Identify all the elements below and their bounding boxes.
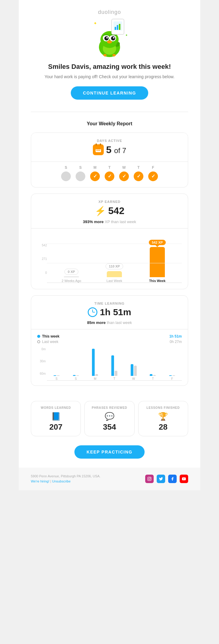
time-learning-card: TIME LEARNING 1h 51m 85m more than last …: [31, 295, 188, 386]
this-week-time: 1h 51m: [169, 334, 182, 338]
bar: [64, 277, 79, 277]
report-title: Your Weekly Report: [31, 121, 188, 127]
email-container: duolingo: [19, 0, 200, 490]
xp-more-suffix: XP than last week: [104, 219, 136, 224]
days-of-text: of 7: [114, 146, 126, 155]
day-label: M: [93, 165, 96, 170]
footer: 5900 Penn Avenue, Pittsburgh PA 15206, U…: [19, 468, 200, 490]
xp-header: XP EARNED ⚡ 542 393% more XP than last w…: [31, 194, 188, 228]
svg-point-14: [107, 40, 112, 43]
xp-chart-area: 542 271 0 0 XP2 Weeks Ago110 XPLast Week…: [31, 228, 188, 289]
twitter-icon[interactable]: [157, 475, 165, 483]
stat-label: LESSONS FINISHED: [142, 406, 184, 409]
time-bar-this: [150, 374, 152, 376]
legend-last-week: Last week: [37, 340, 59, 344]
bolt-icon: ⚡: [95, 206, 106, 216]
xp-value: 542: [108, 205, 124, 216]
svg-rect-16: [96, 148, 101, 149]
time-x-label: F: [171, 377, 173, 380]
xp-more-strong: 393% more: [83, 219, 104, 224]
time-more-text: 85m more than last week: [37, 320, 182, 325]
day-circle: [76, 171, 85, 181]
time-bar-pair: [150, 374, 156, 376]
y-label-542: 542: [37, 244, 47, 247]
y-label-0: 0: [37, 271, 47, 274]
bar: [150, 247, 165, 277]
time-x-label: M: [94, 377, 96, 380]
stat-label: WORDS LEARNED: [35, 406, 77, 409]
grid-mid: [47, 263, 182, 263]
hero-subtitle: Your hard work is paying off! Check out …: [31, 74, 188, 79]
time-bar-group: S: [47, 348, 66, 380]
svg-rect-19: [99, 150, 100, 151]
stat-label: PHRASES REVIEWED: [88, 406, 130, 409]
unsubscribe-link[interactable]: Unsubscribe: [52, 479, 70, 483]
stat-card: PHRASES REVIEWED💬354: [84, 401, 134, 436]
time-bar-this: [111, 355, 114, 376]
days-active-label: DAYS ACTIVE: [37, 139, 182, 143]
bar-x-label: This Week: [149, 279, 165, 283]
facebook-icon[interactable]: [168, 475, 177, 483]
time-x-label: T: [113, 377, 115, 380]
hero-illustration: ✦ ✦: [90, 18, 129, 58]
youtube-icon[interactable]: [180, 475, 188, 483]
report-section: Your Weekly Report DAYS ACTIVE: [19, 115, 200, 401]
bar-tooltip-active: 542 XP: [149, 240, 166, 245]
time-bar-this: [54, 375, 56, 376]
time-bar-last: [115, 371, 117, 376]
time-y-label: 30m: [37, 360, 47, 363]
y-label-271: 271: [37, 257, 47, 261]
keep-practicing-button[interactable]: KEEP PRACTICING: [74, 445, 144, 459]
email-wrapper: duolingo: [0, 0, 219, 490]
hiring-link[interactable]: We're hiring!: [31, 479, 49, 483]
time-x-label: W: [132, 377, 135, 380]
time-bar-this: [73, 375, 76, 376]
time-y-labels: 60m30m0m: [37, 348, 47, 381]
time-x-label: T: [152, 377, 154, 380]
continue-learning-button[interactable]: CONTINUE LEARNING: [71, 86, 148, 100]
svg-point-10: [104, 36, 109, 40]
stat-value: 207: [35, 422, 77, 432]
hero-title: Smiles Davis, amazing work this week!: [31, 62, 188, 71]
day-label: T: [108, 165, 110, 170]
svg-rect-17: [96, 150, 97, 151]
calendar-svg: [95, 147, 101, 152]
time-chart: 60m30m0mSSMTWTF: [37, 348, 182, 381]
social-icons: [145, 475, 188, 483]
instagram-icon[interactable]: [145, 475, 154, 483]
time-bar-pair: [92, 349, 98, 376]
svg-point-22: [150, 478, 151, 478]
day-circle: [148, 171, 158, 181]
section-divider: [31, 112, 188, 112]
day-col: S: [61, 165, 71, 181]
day-label: F: [152, 165, 154, 170]
day-circle: [105, 171, 114, 181]
time-bar-last: [76, 375, 79, 376]
sparkle-left: ✦: [93, 21, 97, 26]
days-active-number: 5 of 7: [106, 144, 126, 155]
time-bar-last: [57, 375, 60, 376]
duolingo-logo: duolingo: [31, 9, 188, 15]
time-bar-this: [92, 349, 95, 376]
day-col: W: [119, 165, 129, 181]
svg-point-12: [106, 37, 108, 39]
calendar-icon: [93, 144, 104, 155]
stats-row: WORDS LEARNED📘207PHRASES REVIEWED💬354LES…: [19, 401, 200, 442]
time-y-label: 0m: [37, 348, 47, 351]
stat-icon: 📘: [35, 412, 77, 421]
time-bar-this: [169, 375, 172, 376]
day-col: S: [76, 165, 85, 181]
day-circle: [119, 171, 129, 181]
stat-value: 354: [88, 422, 130, 432]
days-value: 5: [106, 144, 112, 155]
day-col: M: [90, 165, 100, 181]
time-chart-area: This week Last week 1h 51m 0h 27m: [31, 329, 188, 386]
clock-icon: [88, 307, 97, 317]
time-bar-pair: [54, 375, 60, 376]
bar-tooltip: 0 XP: [64, 269, 78, 275]
svg-rect-18: [98, 150, 99, 151]
time-bar-group: T: [143, 348, 163, 380]
time-bar-pair: [111, 355, 117, 376]
svg-point-13: [113, 37, 115, 39]
day-label: W: [122, 165, 126, 170]
